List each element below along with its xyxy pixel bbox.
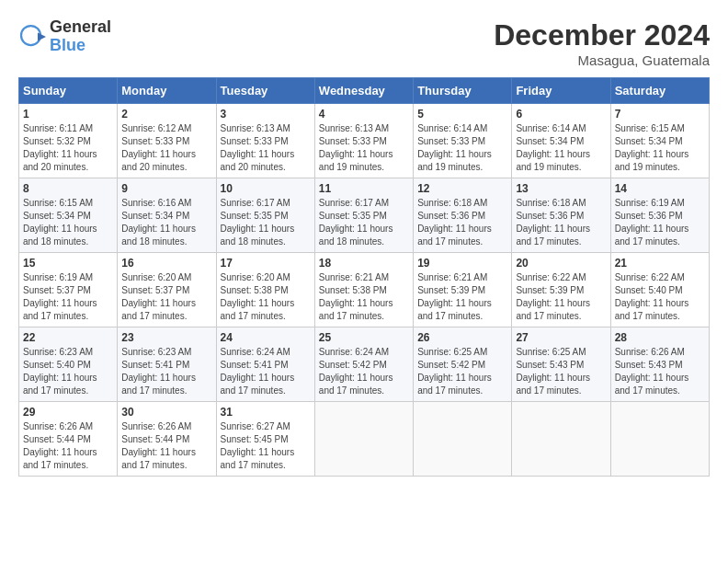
- day-info: Sunrise: 6:15 AM Sunset: 5:34 PM Dayligh…: [615, 122, 705, 174]
- day-number: 13: [516, 182, 606, 195]
- day-number: 26: [417, 331, 507, 344]
- day-number: 7: [615, 108, 705, 121]
- day-info: Sunrise: 6:27 AM Sunset: 5:45 PM Dayligh…: [221, 420, 311, 472]
- day-info: Sunrise: 6:13 AM Sunset: 5:33 PM Dayligh…: [221, 122, 311, 174]
- day-number: 14: [615, 182, 705, 195]
- calendar-week-row: 22Sunrise: 6:23 AM Sunset: 5:40 PM Dayli…: [19, 327, 710, 402]
- calendar-cell: 23Sunrise: 6:23 AM Sunset: 5:41 PM Dayli…: [118, 327, 216, 402]
- calendar-cell: 20Sunrise: 6:22 AM Sunset: 5:39 PM Dayli…: [512, 253, 610, 327]
- day-info: Sunrise: 6:26 AM Sunset: 5:44 PM Dayligh…: [23, 420, 113, 472]
- calendar-cell: 16Sunrise: 6:20 AM Sunset: 5:37 PM Dayli…: [118, 253, 216, 327]
- calendar-week-row: 29Sunrise: 6:26 AM Sunset: 5:44 PM Dayli…: [19, 402, 710, 477]
- calendar-cell: 28Sunrise: 6:26 AM Sunset: 5:43 PM Dayli…: [610, 327, 709, 402]
- svg-marker-1: [38, 32, 46, 40]
- day-number: 20: [516, 257, 606, 270]
- calendar-cell: 24Sunrise: 6:24 AM Sunset: 5:41 PM Dayli…: [216, 327, 314, 402]
- calendar-cell: 4Sunrise: 6:13 AM Sunset: 5:33 PM Daylig…: [314, 104, 413, 178]
- day-number: 3: [221, 108, 311, 121]
- calendar-cell: 29Sunrise: 6:26 AM Sunset: 5:44 PM Dayli…: [19, 402, 118, 477]
- day-number: 12: [417, 182, 507, 195]
- day-number: 18: [319, 257, 409, 270]
- calendar-cell: 17Sunrise: 6:20 AM Sunset: 5:38 PM Dayli…: [216, 253, 314, 327]
- calendar-cell: 8Sunrise: 6:15 AM Sunset: 5:34 PM Daylig…: [19, 178, 118, 253]
- calendar-week-row: 1Sunrise: 6:11 AM Sunset: 5:32 PM Daylig…: [19, 104, 710, 178]
- day-number: 27: [516, 331, 606, 344]
- day-info: Sunrise: 6:19 AM Sunset: 5:37 PM Dayligh…: [23, 271, 113, 323]
- svg-point-0: [21, 26, 40, 45]
- title-area: December 2024 Masagua, Guatemala: [494, 18, 710, 68]
- day-info: Sunrise: 6:21 AM Sunset: 5:39 PM Dayligh…: [417, 271, 507, 323]
- day-number: 2: [121, 108, 211, 121]
- day-info: Sunrise: 6:18 AM Sunset: 5:36 PM Dayligh…: [417, 197, 507, 248]
- day-info: Sunrise: 6:23 AM Sunset: 5:41 PM Dayligh…: [121, 346, 211, 397]
- day-number: 4: [319, 108, 409, 121]
- day-number: 31: [221, 406, 311, 419]
- weekday-header-saturday: Saturday: [610, 78, 709, 104]
- weekday-header-wednesday: Wednesday: [314, 78, 413, 104]
- weekday-header-tuesday: Tuesday: [216, 78, 314, 104]
- day-number: 10: [221, 182, 311, 195]
- month-title: December 2024: [494, 18, 710, 52]
- calendar-table: SundayMondayTuesdayWednesdayThursdayFrid…: [18, 77, 710, 477]
- day-number: 15: [23, 257, 113, 270]
- calendar-cell: 9Sunrise: 6:16 AM Sunset: 5:34 PM Daylig…: [118, 178, 216, 253]
- day-info: Sunrise: 6:22 AM Sunset: 5:40 PM Dayligh…: [615, 271, 705, 323]
- day-info: Sunrise: 6:26 AM Sunset: 5:43 PM Dayligh…: [615, 346, 705, 397]
- weekday-header-sunday: Sunday: [19, 78, 118, 104]
- calendar-cell: [414, 402, 512, 477]
- day-info: Sunrise: 6:26 AM Sunset: 5:44 PM Dayligh…: [121, 420, 211, 472]
- day-number: 9: [121, 182, 211, 195]
- logo: General Blue: [18, 18, 111, 55]
- day-number: 24: [221, 331, 311, 344]
- calendar-cell: 10Sunrise: 6:17 AM Sunset: 5:35 PM Dayli…: [216, 178, 314, 253]
- calendar-cell: [610, 402, 709, 477]
- calendar-cell: [314, 402, 413, 477]
- calendar-cell: [512, 402, 610, 477]
- day-info: Sunrise: 6:11 AM Sunset: 5:32 PM Dayligh…: [23, 122, 113, 174]
- day-info: Sunrise: 6:13 AM Sunset: 5:33 PM Dayligh…: [319, 122, 409, 174]
- day-info: Sunrise: 6:14 AM Sunset: 5:34 PM Dayligh…: [516, 122, 606, 174]
- calendar-cell: 25Sunrise: 6:24 AM Sunset: 5:42 PM Dayli…: [314, 327, 413, 402]
- day-number: 6: [516, 108, 606, 121]
- day-info: Sunrise: 6:17 AM Sunset: 5:35 PM Dayligh…: [221, 197, 311, 248]
- day-number: 29: [23, 406, 113, 419]
- calendar-cell: 3Sunrise: 6:13 AM Sunset: 5:33 PM Daylig…: [216, 104, 314, 178]
- calendar-cell: 15Sunrise: 6:19 AM Sunset: 5:37 PM Dayli…: [19, 253, 118, 327]
- weekday-header-monday: Monday: [118, 78, 216, 104]
- day-number: 21: [615, 257, 705, 270]
- calendar-cell: 31Sunrise: 6:27 AM Sunset: 5:45 PM Dayli…: [216, 402, 314, 477]
- day-number: 25: [319, 331, 409, 344]
- weekday-header-row: SundayMondayTuesdayWednesdayThursdayFrid…: [19, 78, 710, 104]
- day-info: Sunrise: 6:16 AM Sunset: 5:34 PM Dayligh…: [121, 197, 211, 248]
- day-number: 17: [221, 257, 311, 270]
- calendar-week-row: 8Sunrise: 6:15 AM Sunset: 5:34 PM Daylig…: [19, 178, 710, 253]
- logo-blue-text: Blue: [50, 37, 111, 55]
- calendar-cell: 14Sunrise: 6:19 AM Sunset: 5:36 PM Dayli…: [610, 178, 709, 253]
- weekday-header-friday: Friday: [512, 78, 610, 104]
- day-number: 19: [417, 257, 507, 270]
- day-info: Sunrise: 6:23 AM Sunset: 5:40 PM Dayligh…: [23, 346, 113, 397]
- day-number: 16: [121, 257, 211, 270]
- day-info: Sunrise: 6:24 AM Sunset: 5:41 PM Dayligh…: [221, 346, 311, 397]
- day-number: 30: [121, 406, 211, 419]
- day-info: Sunrise: 6:24 AM Sunset: 5:42 PM Dayligh…: [319, 346, 409, 397]
- day-info: Sunrise: 6:20 AM Sunset: 5:38 PM Dayligh…: [221, 271, 311, 323]
- calendar-cell: 19Sunrise: 6:21 AM Sunset: 5:39 PM Dayli…: [414, 253, 512, 327]
- day-info: Sunrise: 6:20 AM Sunset: 5:37 PM Dayligh…: [121, 271, 211, 323]
- calendar-cell: 11Sunrise: 6:17 AM Sunset: 5:35 PM Dayli…: [314, 178, 413, 253]
- day-info: Sunrise: 6:25 AM Sunset: 5:43 PM Dayligh…: [516, 346, 606, 397]
- weekday-header-thursday: Thursday: [414, 78, 512, 104]
- day-info: Sunrise: 6:14 AM Sunset: 5:33 PM Dayligh…: [417, 122, 507, 174]
- calendar-cell: 1Sunrise: 6:11 AM Sunset: 5:32 PM Daylig…: [19, 104, 118, 178]
- calendar-cell: 5Sunrise: 6:14 AM Sunset: 5:33 PM Daylig…: [414, 104, 512, 178]
- day-info: Sunrise: 6:22 AM Sunset: 5:39 PM Dayligh…: [516, 271, 606, 323]
- day-info: Sunrise: 6:12 AM Sunset: 5:33 PM Dayligh…: [121, 122, 211, 174]
- day-info: Sunrise: 6:25 AM Sunset: 5:42 PM Dayligh…: [417, 346, 507, 397]
- day-info: Sunrise: 6:15 AM Sunset: 5:34 PM Dayligh…: [23, 197, 113, 248]
- calendar-cell: 13Sunrise: 6:18 AM Sunset: 5:36 PM Dayli…: [512, 178, 610, 253]
- calendar-cell: 2Sunrise: 6:12 AM Sunset: 5:33 PM Daylig…: [118, 104, 216, 178]
- logo-icon: [18, 23, 46, 51]
- calendar-cell: 18Sunrise: 6:21 AM Sunset: 5:38 PM Dayli…: [314, 253, 413, 327]
- day-number: 11: [319, 182, 409, 195]
- calendar-week-row: 15Sunrise: 6:19 AM Sunset: 5:37 PM Dayli…: [19, 253, 710, 327]
